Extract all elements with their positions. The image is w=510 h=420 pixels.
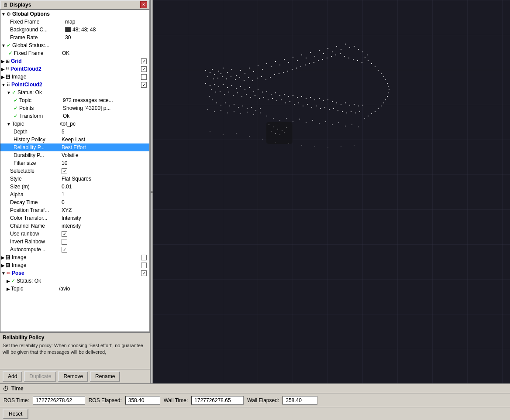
expand-pc1[interactable]: ▶ bbox=[1, 67, 5, 72]
svg-rect-106 bbox=[327, 99, 328, 100]
tree-row-image1[interactable]: ▶ 🖼 Image bbox=[0, 73, 149, 81]
tree-row-topic[interactable]: ▼ Topic /tof_pc bbox=[0, 120, 149, 128]
tree-row-filter[interactable]: Filter size 10 bbox=[0, 159, 149, 167]
topic-status-value: 972 messages rece... bbox=[63, 97, 113, 103]
svg-rect-159 bbox=[387, 83, 388, 84]
tree-row-pose[interactable]: ▼ ✏ Pose ✓ bbox=[0, 269, 149, 277]
tree-panel[interactable]: ▼ ⚙ Global Options Fixed Frame map Backg… bbox=[0, 10, 150, 332]
close-button[interactable]: × bbox=[140, 1, 147, 8]
tree-row-background[interactable]: Background C... 48; 48; 48 bbox=[0, 26, 149, 34]
tree-row-alpha[interactable]: Alpha 1 bbox=[0, 191, 149, 198]
duplicate-button[interactable]: Duplicate bbox=[24, 371, 56, 382]
viewport[interactable] bbox=[153, 0, 510, 383]
tree-row-reliability[interactable]: Reliability P... Best Effort bbox=[0, 143, 149, 151]
expand-global-status[interactable]: ▼ bbox=[1, 43, 6, 48]
tree-row-fixed-frame[interactable]: Fixed Frame map bbox=[0, 18, 149, 26]
svg-rect-44 bbox=[217, 78, 218, 79]
svg-rect-6 bbox=[218, 71, 219, 72]
svg-rect-62 bbox=[296, 68, 297, 68]
svg-rect-222 bbox=[329, 109, 330, 110]
expand-pose-status[interactable]: ▶ bbox=[7, 279, 10, 283]
use-rainbow-label: Use rainbow bbox=[8, 231, 62, 237]
add-button[interactable]: Add bbox=[3, 371, 22, 382]
tree-row-frame-rate[interactable]: Frame Rate 30 bbox=[0, 34, 149, 41]
tree-row-grid[interactable]: ▶ ⊞ Grid ✓ bbox=[0, 57, 149, 65]
description-text: Set the reliability policy: When choosin… bbox=[3, 342, 147, 356]
svg-rect-9 bbox=[227, 72, 228, 73]
tree-row-topic-avio[interactable]: ▶ Topic /avio bbox=[0, 285, 149, 293]
tree-row-selectable[interactable]: Selectable ✓ bbox=[0, 167, 149, 175]
expand-topic[interactable]: ▼ bbox=[7, 122, 11, 126]
autocompute-checkbox[interactable]: ✓ bbox=[62, 247, 67, 253]
tree-row-global-options[interactable]: ▼ ⚙ Global Options bbox=[0, 10, 149, 18]
tree-row-style[interactable]: Style Flat Squares bbox=[0, 175, 149, 183]
svg-rect-42 bbox=[207, 76, 208, 77]
remove-button[interactable]: Remove bbox=[58, 371, 88, 382]
svg-rect-167 bbox=[378, 108, 379, 109]
expand-pc2[interactable]: ▼ bbox=[1, 82, 6, 87]
invert-rainbow-label: Invert Rainbow bbox=[8, 239, 62, 245]
expand-status[interactable]: ▼ bbox=[7, 90, 11, 95]
svg-rect-29 bbox=[314, 56, 315, 57]
pose-checkbox[interactable]: ✓ bbox=[141, 270, 147, 276]
tree-row-depth[interactable]: Depth 5 bbox=[0, 128, 149, 136]
tree-row-use-rainbow[interactable]: Use rainbow ✓ bbox=[0, 230, 149, 238]
tree-row-image2[interactable]: ▶ 🖼 Image bbox=[0, 253, 149, 261]
tree-row-pose-status[interactable]: ▶ ✓ Status: Ok bbox=[0, 277, 149, 285]
pc2-checkbox[interactable]: ✓ bbox=[141, 82, 147, 88]
expand-img3[interactable]: ▶ bbox=[1, 263, 5, 268]
img3-checkbox[interactable] bbox=[141, 263, 147, 268]
history-value: Keep Last bbox=[62, 137, 85, 143]
tree-row-points-status[interactable]: ✓ Points Showing [43200] p... bbox=[0, 104, 149, 112]
expand-pose[interactable]: ▼ bbox=[1, 271, 6, 276]
tree-row-autocompute[interactable]: Autocompute ... ✓ bbox=[0, 246, 149, 253]
use-rainbow-checkbox[interactable]: ✓ bbox=[62, 231, 67, 237]
svg-rect-86 bbox=[240, 86, 241, 87]
rename-button[interactable]: Rename bbox=[90, 371, 120, 382]
tree-row-status-ok[interactable]: ▼ ✓ Status: Ok bbox=[0, 89, 149, 96]
svg-rect-75 bbox=[353, 59, 354, 60]
pos-transform-label: Position Transf... bbox=[8, 207, 62, 213]
status-ok-check: ✓ bbox=[12, 89, 16, 96]
svg-rect-142 bbox=[249, 136, 250, 137]
tree-row-channel[interactable]: Channel Name intensity bbox=[0, 222, 149, 230]
tree-row-history[interactable]: History Policy Keep Last bbox=[0, 136, 149, 143]
svg-rect-28 bbox=[310, 52, 311, 53]
pc1-checkbox[interactable]: ✓ bbox=[141, 66, 147, 72]
svg-rect-196 bbox=[215, 92, 216, 92]
expand-img1[interactable]: ▶ bbox=[1, 75, 5, 79]
tree-row-pointcloud2-1[interactable]: ▶ ⠿ PointCloud2 ✓ bbox=[0, 65, 149, 73]
expand-img2[interactable]: ▶ bbox=[1, 255, 5, 260]
ros-elapsed-value: 358.40 bbox=[125, 396, 160, 405]
tree-row-pos-transform[interactable]: Position Transf... XYZ bbox=[0, 206, 149, 214]
img2-checkbox[interactable] bbox=[141, 255, 147, 260]
expand-grid[interactable]: ▶ bbox=[1, 59, 5, 64]
tree-row-pointcloud2-2[interactable]: ▼ ⠿ PointCloud2 ✓ bbox=[0, 81, 149, 89]
svg-rect-137 bbox=[351, 124, 352, 125]
svg-rect-126 bbox=[279, 120, 280, 121]
svg-rect-50 bbox=[244, 80, 245, 81]
tree-row-global-status[interactable]: ▼ ✓ Global Status:... bbox=[0, 41, 149, 49]
tree-row-color-transform[interactable]: Color Transfor... Intensity bbox=[0, 214, 149, 222]
reset-button[interactable]: Reset bbox=[3, 409, 28, 419]
tree-row-decay[interactable]: Decay Time 0 bbox=[0, 198, 149, 206]
tree-row-fixed-frame-ok[interactable]: ✓ Fixed Frame OK bbox=[0, 49, 149, 57]
tree-row-invert-rainbow[interactable]: Invert Rainbow bbox=[0, 238, 149, 246]
img1-checkbox[interactable] bbox=[141, 74, 147, 80]
svg-rect-181 bbox=[247, 108, 248, 109]
tree-row-durability[interactable]: Durability P... Volatile bbox=[0, 151, 149, 159]
svg-point-1 bbox=[205, 61, 380, 96]
status-bar: ROS Time: 1727726278.62 ROS Elapsed: 358… bbox=[0, 393, 510, 407]
svg-rect-228 bbox=[355, 113, 356, 113]
tree-row-topic-status[interactable]: ✓ Topic 972 messages rece... bbox=[0, 96, 149, 104]
expand-topic-avio[interactable]: ▶ bbox=[7, 287, 10, 291]
grid-checkbox[interactable]: ✓ bbox=[141, 58, 147, 64]
invert-rainbow-checkbox[interactable] bbox=[62, 239, 67, 245]
selectable-checkbox[interactable]: ✓ bbox=[62, 168, 67, 174]
tree-row-size[interactable]: Size (m) 0.01 bbox=[0, 183, 149, 191]
tree-row-transform-status[interactable]: ✓ Transform Ok bbox=[0, 112, 149, 120]
ros-elapsed-label: ROS Elapsed: bbox=[89, 397, 122, 403]
expand-icon[interactable]: ▼ bbox=[1, 12, 6, 17]
displays-header: 🖥 Displays × bbox=[0, 0, 150, 10]
tree-row-image3[interactable]: ▶ 🖼 Image bbox=[0, 261, 149, 269]
